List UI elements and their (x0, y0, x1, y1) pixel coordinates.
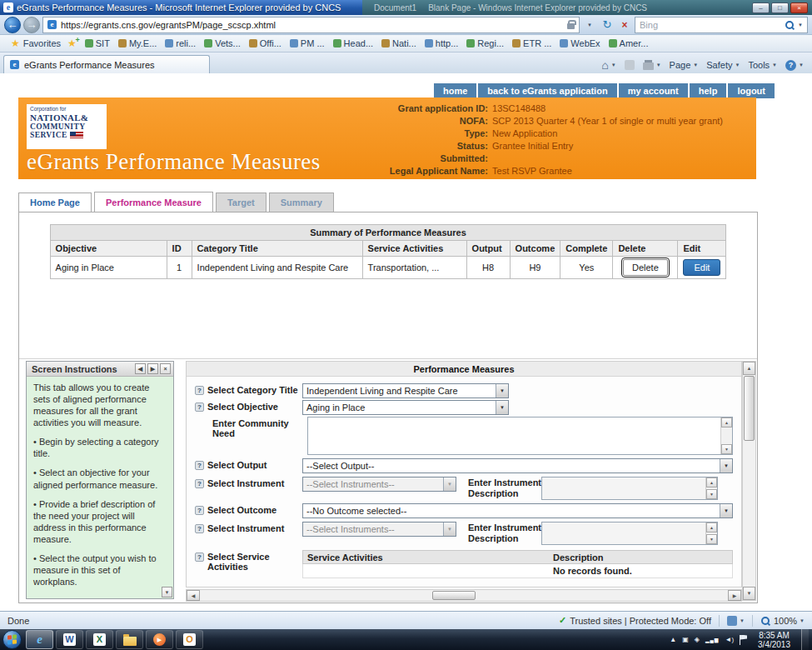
tray-app-icon[interactable]: ▣ (682, 637, 689, 643)
nav-back-to-egrants[interactable]: back to eGrants application (478, 83, 616, 98)
print-button[interactable]: ▼ (643, 60, 661, 70)
show-desktop-button[interactable] (801, 629, 809, 650)
help-tip-icon[interactable]: ? (195, 479, 204, 488)
category-title-select[interactable]: Independent Living and Respite Care▼ (302, 383, 509, 398)
back-button[interactable]: ← (4, 17, 21, 33)
grant-id-value: 13SC148488 (492, 102, 545, 114)
home-button[interactable]: ⌂▼ (601, 59, 615, 71)
favorites-link[interactable]: My.E... (114, 37, 161, 50)
taskbar-outlook-icon[interactable]: O (176, 630, 203, 649)
nav-home[interactable]: home (434, 83, 476, 98)
help-menu[interactable]: ?▼ (785, 60, 804, 71)
stop-button[interactable]: × (617, 17, 632, 33)
textarea-scrollbar[interactable]: ▲▼ (720, 418, 732, 454)
favorites-link[interactable]: http... (421, 37, 463, 50)
favorite-site-icon (249, 39, 257, 48)
favorites-link[interactable]: SIT (81, 37, 114, 50)
safety-menu[interactable]: Safety▼ (706, 60, 740, 70)
outcome-instrument-select[interactable]: --Select Instruments--▼ (302, 522, 456, 537)
output-select[interactable]: --Select Output--▼ (302, 458, 733, 473)
favorites-link[interactable]: Regi... (462, 37, 508, 50)
security-zone-text: Trusted sites | Protected Mode: Off (570, 616, 711, 626)
favorites-link[interactable]: Offi... (245, 37, 286, 50)
outcome-instrument-description-textarea[interactable]: ▲▼ (541, 522, 718, 545)
nofa-value: SCP 2013 Quarter 4 (Year 1 of single or … (492, 115, 723, 127)
maximize-button[interactable]: □ (771, 2, 789, 13)
vertical-scrollbar[interactable]: ▲ ▼ (742, 361, 756, 601)
url-text: https://egrants.cns.gov/egrantsPM/page_s… (61, 20, 276, 30)
page-menu[interactable]: Page▼ (670, 60, 699, 70)
help-tip-icon[interactable]: ? (195, 461, 204, 470)
tab-summary[interactable]: Summary (269, 192, 334, 212)
favorites-link[interactable]: Head... (329, 37, 377, 50)
output-instrument-select[interactable]: --Select Instruments--▼ (302, 477, 456, 492)
nav-help[interactable]: help (690, 83, 727, 98)
delete-button[interactable]: Delete (623, 259, 668, 276)
network-icon[interactable]: ▂▄▆ (705, 637, 719, 642)
tab-home-page[interactable]: Home Page (18, 192, 92, 212)
start-button[interactable] (2, 630, 22, 649)
help-tip-icon[interactable]: ? (195, 402, 204, 412)
favorites-button[interactable]: ★ Favorites (5, 37, 67, 50)
edit-button[interactable]: Edit (683, 259, 720, 276)
lower-section: Screen Instructions ◀ ▶ × This tab allow… (19, 359, 757, 602)
tray-app-icon[interactable]: ◈ (695, 637, 700, 643)
horizontal-scrollbar[interactable]: ◀ ▶ (186, 589, 742, 602)
favorites-link[interactable]: reli... (161, 37, 200, 50)
scroll-right-icon[interactable]: ▶ (728, 590, 741, 601)
browser-tab[interactable]: e eGrants Performance Measures (3, 55, 210, 73)
search-icon[interactable] (785, 20, 795, 30)
background-window-title: Document1 (374, 3, 416, 12)
help-tip-icon[interactable]: ? (195, 524, 204, 533)
scroll-down-icon[interactable]: ▼ (743, 587, 755, 600)
instructions-scroll-down[interactable]: ▼ (162, 587, 172, 598)
scrollbar-thumb[interactable] (432, 591, 476, 600)
output-instrument-description-textarea[interactable]: ▲▼ (541, 477, 718, 500)
feeds-button[interactable] (625, 60, 635, 70)
scroll-left-icon[interactable]: ◀ (187, 590, 200, 601)
close-button[interactable]: × (790, 2, 808, 13)
objective-select[interactable]: Aging in Place▼ (302, 400, 509, 415)
taskbar-clock[interactable]: 8:35 AM 3/4/2013 (753, 631, 795, 649)
textarea-scrollbar[interactable]: ▲▼ (705, 522, 717, 544)
textarea-scrollbar[interactable]: ▲▼ (705, 478, 717, 499)
hidden-icons-chevron[interactable]: ▲ (670, 637, 676, 643)
volume-icon[interactable]: ◄) (725, 637, 734, 643)
scroll-up-icon[interactable]: ▲ (743, 362, 755, 375)
favorites-link[interactable]: Amer... (605, 37, 653, 50)
nav-logout[interactable]: logout (728, 83, 775, 98)
community-need-textarea[interactable]: ▲▼ (307, 417, 733, 455)
taskbar-excel-icon[interactable]: X (86, 630, 113, 649)
action-center-flag-icon[interactable] (740, 635, 747, 645)
taskbar-ie-icon[interactable]: e (26, 630, 53, 649)
instructions-close-icon[interactable]: × (160, 363, 171, 374)
tab-target[interactable]: Target (216, 192, 267, 212)
favorites-link[interactable]: PM ... (286, 37, 329, 50)
zoom-level[interactable]: 100% (774, 616, 797, 626)
address-dropdown-button[interactable]: ▼ (582, 17, 597, 33)
tab-performance-measure[interactable]: Performance Measure (94, 192, 213, 212)
taskbar-folder-icon[interactable] (116, 630, 143, 649)
url-field[interactable]: e https://egrants.cns.gov/egrantsPM/page… (42, 17, 580, 33)
instructions-next-button[interactable]: ▶ (147, 363, 158, 374)
scrollbar-thumb[interactable] (744, 376, 755, 441)
tools-menu[interactable]: Tools▼ (748, 60, 777, 70)
search-dropdown-icon[interactable]: ▼ (798, 22, 803, 28)
favorites-link[interactable]: ETR ... (508, 37, 555, 50)
refresh-button[interactable]: ↻ (600, 17, 615, 33)
favorites-link[interactable]: Vets... (200, 37, 245, 50)
help-tip-icon[interactable]: ? (195, 386, 204, 395)
help-tip-icon[interactable]: ? (195, 506, 204, 515)
favorites-link[interactable]: WebEx (555, 37, 604, 50)
search-input[interactable]: Bing ▼ (635, 17, 808, 33)
help-tip-icon[interactable]: ? (195, 552, 204, 562)
instructions-prev-button[interactable]: ◀ (135, 363, 146, 374)
add-favorite-button[interactable]: ★+ (67, 38, 77, 48)
forward-button[interactable]: → (23, 17, 40, 33)
minimize-button[interactable]: – (752, 2, 770, 13)
nav-my-account[interactable]: my account (619, 83, 688, 98)
favorites-link[interactable]: Nati... (377, 37, 421, 50)
taskbar-word-icon[interactable]: W (56, 630, 83, 649)
outcome-select[interactable]: --No Outcome selected--▼ (302, 503, 733, 518)
taskbar-media-icon[interactable]: ▶ (146, 630, 173, 649)
